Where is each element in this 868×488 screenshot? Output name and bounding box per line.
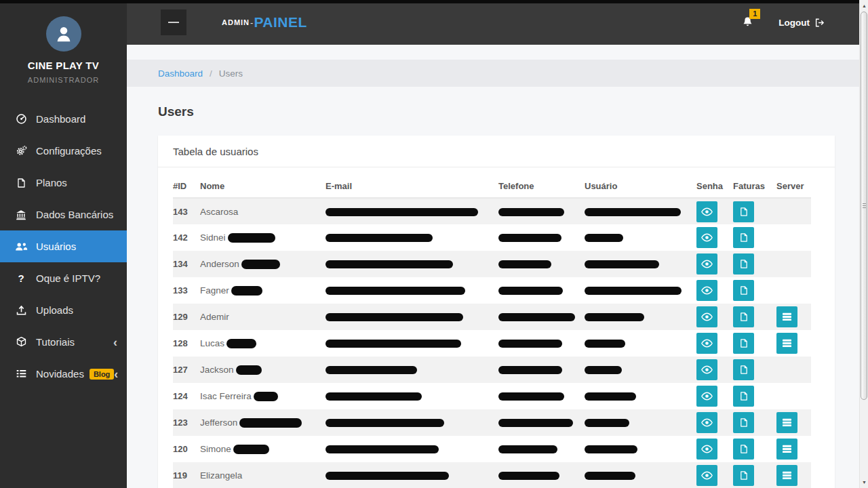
gears-icon [12,145,30,157]
sidebar-menu: DashboardConfiguraçõesPlanosDados Bancár… [0,103,127,390]
cell-name: Lucas [200,330,326,357]
cell-server [776,304,811,330]
redacted-text [326,472,449,480]
cell-username [585,224,696,251]
eye-icon [701,445,713,453]
invoice-icon [739,365,749,375]
cell-faturas [733,330,776,357]
sidebar-item-uploads[interactable]: Uploads [0,294,127,326]
sidebar-item-tutoriais[interactable]: Tutoriais‹ [0,326,127,358]
app-brand: ADMIN - PAINEL [222,14,307,30]
redacted-text [233,445,269,454]
invoices-button[interactable] [733,439,754,460]
card-title: Tabela de usuarios [158,136,835,167]
cell-name: Sidnei [200,224,326,251]
cell-server [776,198,811,224]
invoices-button[interactable] [733,280,754,301]
cell-server [776,357,811,383]
server-icon [782,312,792,321]
redacted-text [498,419,573,427]
invoices-button[interactable] [733,386,754,407]
redacted-text [498,234,561,242]
invoices-button[interactable] [733,201,754,222]
sidebar-item-planos[interactable]: Planos [0,167,127,199]
view-password-button[interactable] [696,227,717,248]
cell-phone [498,462,585,488]
topbar: ADMIN - PAINEL 1 Logout [127,0,868,45]
scrollbar-up-arrow[interactable]: ▲ [860,0,868,12]
server-button[interactable] [776,306,797,327]
scrollbar-thumb[interactable] [861,12,867,400]
cell-email [326,224,498,251]
redacted-text [585,366,622,374]
sidebar-item-label: Dashboard [36,113,85,125]
redacted-text [498,313,575,321]
view-password-button[interactable] [696,386,717,407]
redacted-text [498,340,562,348]
cell-server [776,383,811,409]
cell-faturas [733,304,776,330]
sidebar-item-oque-e-iptv[interactable]: ?Oque é IPTV? [0,262,127,294]
view-password-button[interactable] [696,253,717,274]
sign-out-icon [814,18,825,28]
cell-senha [696,357,733,383]
server-button[interactable] [776,333,797,354]
view-password-button[interactable] [696,333,717,354]
invoice-icon [739,470,749,481]
sidebar-item-dados-bancarios[interactable]: Dados Bancários [0,199,127,230]
notifications-button[interactable]: 1 [742,16,754,28]
server-button[interactable] [776,465,797,486]
sidebar-toggle-button[interactable] [161,9,186,35]
sidebar-item-configuracoes[interactable]: Configurações [0,135,127,167]
view-password-button[interactable] [696,412,717,433]
sidebar-brand-title: CINE PLAY TV [0,60,127,71]
server-icon [782,418,792,427]
view-password-button[interactable] [696,359,717,380]
server-icon [782,445,792,453]
user-name: Fagner [200,285,229,296]
cell-username [585,304,696,330]
sidebar-item-novidades[interactable]: NovidadesBlog‹ [0,358,127,390]
invoices-button[interactable] [733,253,754,274]
user-name: Simone [200,444,231,454]
breadcrumb: Dashboard / Users [127,60,868,87]
invoices-button[interactable] [733,465,754,486]
vertical-scrollbar[interactable]: ▲ ▼ [859,0,868,488]
cell-faturas [733,251,776,277]
eye-icon [701,418,713,427]
server-button[interactable] [776,439,797,460]
redacted-text [326,234,433,242]
redacted-text [585,419,629,427]
bank-icon [12,209,30,220]
view-password-button[interactable] [696,280,717,301]
view-password-button[interactable] [696,201,717,222]
server-button[interactable] [776,412,797,433]
cell-id: 133 [173,277,200,304]
cell-id: 124 [173,383,200,409]
eye-icon [701,233,713,242]
invoices-button[interactable] [733,227,754,248]
eye-icon [701,365,713,374]
view-password-button[interactable] [696,465,717,486]
invoices-button[interactable] [733,333,754,354]
logout-button[interactable]: Logout [774,17,829,28]
sidebar-item-label: Tutoriais [36,336,75,348]
view-password-button[interactable] [696,439,717,460]
cell-username [585,436,696,462]
scrollbar-down-arrow[interactable]: ▼ [860,476,868,488]
sidebar-item-usuarios[interactable]: Usuários [0,230,127,262]
invoices-button[interactable] [733,359,754,380]
view-password-button[interactable] [696,306,717,327]
invoices-button[interactable] [733,306,754,327]
sidebar-item-dashboard[interactable]: Dashboard [0,103,127,135]
table-row: 120Simone [173,436,811,462]
invoices-button[interactable] [733,412,754,433]
redacted-text [585,340,625,348]
redacted-text [326,445,439,453]
breadcrumb-dashboard-link[interactable]: Dashboard [158,68,203,79]
redacted-text [241,260,280,269]
users-table-card: Tabela de usuarios #ID Nome E-mail Telef… [158,136,835,488]
cell-phone [498,277,585,304]
cell-phone [498,304,585,330]
breadcrumb-separator: / [210,68,212,79]
